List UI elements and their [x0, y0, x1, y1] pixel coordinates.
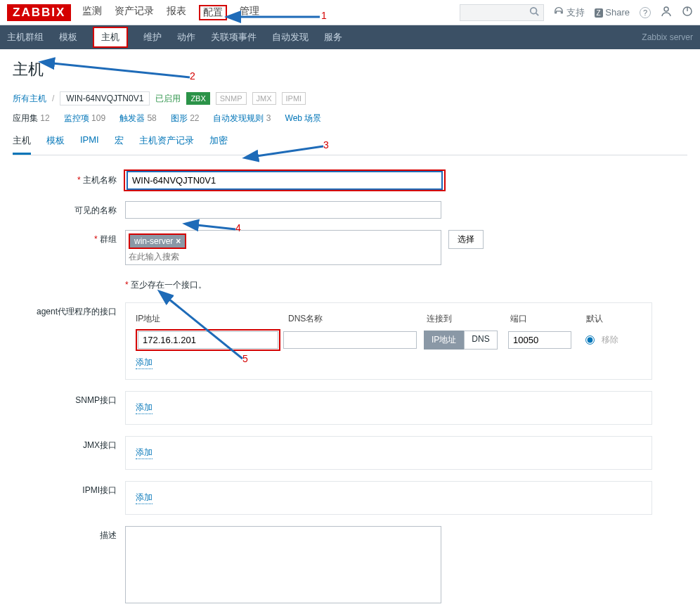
input-agent-ip[interactable]: [138, 331, 278, 349]
group-chip-label: win-server: [134, 236, 173, 246]
secnav-discovery[interactable]: 自动发现: [272, 31, 309, 44]
row-iface-hint: * 至少存在一个接口。: [13, 276, 687, 291]
tab-host[interactable]: 主机: [13, 134, 31, 155]
agent-iface-row: IP地址 DNS 移除: [136, 329, 642, 351]
select-groups-button[interactable]: 选择: [448, 230, 484, 249]
help-icon[interactable]: ?: [640, 7, 651, 18]
user-icon[interactable]: [661, 6, 672, 19]
label-agent-iface: agent代理程序的接口: [13, 302, 125, 380]
conn-ip-button[interactable]: IP地址: [424, 331, 464, 350]
label-ipmi: IPMI接口: [13, 481, 125, 515]
tab-templates[interactable]: 模板: [46, 134, 65, 155]
nav-reports[interactable]: 报表: [167, 5, 186, 20]
z-icon: Z: [595, 8, 603, 18]
input-description[interactable]: [125, 526, 441, 603]
nav-configuration[interactable]: 配置: [199, 5, 227, 20]
breadcrumb-sep: /: [52, 94, 54, 103]
add-jmx-iface[interactable]: 添加: [136, 447, 153, 459]
support-link[interactable]: 支持: [554, 6, 585, 19]
hdr-default: 默认: [586, 313, 642, 325]
page-title: 主机: [13, 59, 687, 80]
headset-icon: [554, 6, 564, 18]
breadcrumb-all-hosts[interactable]: 所有主机: [13, 93, 46, 105]
share-link[interactable]: Z Share: [595, 7, 630, 18]
groups-field[interactable]: win-server ×: [125, 230, 441, 265]
counts-row: 应用集 12 监控项 109 触发器 58 图形 22 自动发现规则 3 Web…: [13, 113, 687, 124]
agent-iface-section: IP地址 DNS名称 连接到 端口 默认 IP地址 DNS: [125, 302, 652, 380]
conn-dns-button[interactable]: DNS: [464, 331, 497, 350]
power-icon[interactable]: [682, 6, 693, 19]
input-hostname[interactable]: [127, 171, 443, 190]
secnav-actions[interactable]: 动作: [177, 31, 195, 44]
host-enabled-status: 已启用: [155, 93, 181, 105]
group-chip[interactable]: win-server ×: [129, 233, 186, 249]
tab-encryption[interactable]: 加密: [209, 134, 228, 155]
badge-zbx: ZBX: [186, 92, 209, 105]
hdr-conn: 连接到: [427, 313, 510, 325]
add-agent-iface[interactable]: 添加: [136, 357, 153, 369]
hdr-dns: DNS名称: [288, 313, 427, 325]
count-web[interactable]: Web 场景: [285, 113, 322, 124]
secnav-templates[interactable]: 模板: [59, 31, 77, 44]
row-description: 描述: [13, 526, 687, 605]
iface-hint-text: 至少存在一个接口。: [131, 280, 207, 290]
row-visiblename: 可见的名称: [13, 201, 687, 219]
group-chip-remove-icon[interactable]: ×: [176, 236, 181, 246]
row-hostname: 主机名称: [13, 171, 687, 190]
secondary-nav: 主机群组 模板 主机 维护 动作 关联项事件 自动发现 服务 Zabbix se…: [0, 25, 700, 49]
tab-macros[interactable]: 宏: [115, 134, 124, 155]
add-ipmi-iface[interactable]: 添加: [136, 492, 153, 504]
count-applications[interactable]: 应用集 12: [13, 113, 50, 124]
tab-ipmi[interactable]: IPMI: [80, 134, 99, 155]
label-jmx: JMX接口: [13, 436, 125, 470]
host-tabs: 主机 模板 IPMI 宏 主机资产记录 加密: [13, 134, 687, 155]
row-groups: 群组 win-server × 选择: [13, 230, 687, 265]
page-content: 主机 所有主机 / WIN-64NVQJTN0V1 已启用 ZBX SNMP J…: [0, 49, 700, 609]
secnav-services[interactable]: 服务: [324, 31, 342, 44]
label-snmp: SNMP接口: [13, 391, 125, 425]
support-label: 支持: [566, 7, 585, 18]
share-label: Share: [605, 7, 630, 18]
breadcrumb-row: 所有主机 / WIN-64NVQJTN0V1 已启用 ZBX SNMP JMX …: [13, 91, 687, 105]
breadcrumb-current: WIN-64NVQJTN0V1: [60, 91, 150, 105]
input-agent-port[interactable]: [508, 331, 571, 349]
secnav-hosts[interactable]: 主机: [93, 27, 128, 48]
row-ipmi-iface: IPMI接口 添加: [13, 481, 687, 515]
zabbix-logo: ZABBIX: [7, 4, 71, 21]
global-search[interactable]: [460, 4, 544, 21]
secnav-maintenance[interactable]: 维护: [143, 31, 162, 44]
radio-agent-default[interactable]: [585, 335, 595, 345]
search-icon: [529, 6, 539, 18]
badge-ipmi: IPMI: [282, 92, 306, 105]
count-discovery[interactable]: 自动发现规则 3: [213, 113, 271, 124]
label-description: 描述: [13, 526, 125, 605]
count-triggers[interactable]: 触发器 58: [119, 113, 157, 124]
label-visiblename: 可见的名称: [13, 201, 125, 219]
svg-point-0: [531, 8, 537, 14]
group-search-input[interactable]: [129, 252, 438, 262]
input-agent-dns[interactable]: [283, 331, 417, 349]
svg-line-1: [536, 13, 539, 16]
nav-administration[interactable]: 管理: [240, 5, 259, 20]
nav-monitoring[interactable]: 监测: [82, 5, 102, 20]
secnav-hostgroups[interactable]: 主机群组: [7, 31, 44, 44]
secnav-correlation[interactable]: 关联项事件: [211, 31, 257, 44]
conn-toggle: IP地址 DNS: [424, 331, 508, 350]
top-bar: ZABBIX 监测 资产记录 报表 配置 管理 支持 Z Share ?: [0, 0, 700, 25]
nav-inventory[interactable]: 资产记录: [115, 5, 154, 20]
remove-agent-iface[interactable]: 移除: [602, 334, 618, 346]
count-graphs[interactable]: 图形 22: [171, 113, 200, 124]
add-snmp-iface[interactable]: 添加: [136, 402, 153, 414]
hdr-port: 端口: [510, 313, 587, 325]
badge-jmx: JMX: [252, 92, 276, 105]
input-visiblename[interactable]: [125, 201, 441, 219]
label-hostname: 主机名称: [13, 171, 125, 190]
tab-inventory[interactable]: 主机资产记录: [139, 134, 194, 155]
top-right: 支持 Z Share ?: [460, 4, 693, 21]
server-name: Zabbix server: [642, 32, 693, 42]
row-agent-iface: agent代理程序的接口 IP地址 DNS名称 连接到 端口 默认 IP地址: [13, 302, 687, 380]
hdr-ip: IP地址: [136, 313, 288, 325]
row-jmx-iface: JMX接口 添加: [13, 436, 687, 470]
count-items[interactable]: 监控项 109: [64, 113, 105, 124]
badge-snmp: SNMP: [216, 92, 247, 105]
